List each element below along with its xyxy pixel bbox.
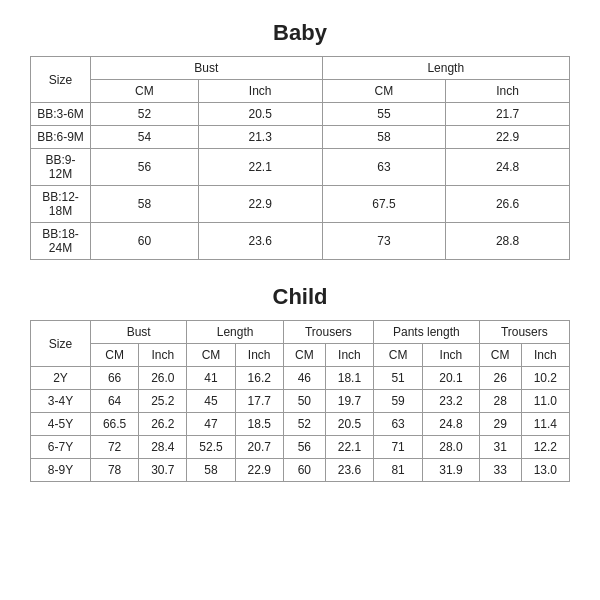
child-size: 2Y — [31, 367, 91, 390]
baby-size: BB:3-6M — [31, 103, 91, 126]
baby-bust-cm: 56 — [91, 149, 199, 186]
child-title: Child — [30, 284, 570, 310]
child-length-inch: 20.7 — [235, 436, 283, 459]
child-length-inch: 16.2 — [235, 367, 283, 390]
child-bust-header: Bust — [91, 321, 187, 344]
child-sub-8: CM — [479, 344, 521, 367]
child-tr2-inch: 11.0 — [521, 390, 569, 413]
child-tr1-inch: 20.5 — [325, 413, 373, 436]
child-tr1-cm: 52 — [283, 413, 325, 436]
baby-bust-cm: 54 — [91, 126, 199, 149]
child-pl-inch: 24.8 — [423, 413, 480, 436]
child-bust-cm: 66.5 — [91, 413, 139, 436]
child-tr1-cm: 50 — [283, 390, 325, 413]
baby-sub-bust-inch: Inch — [198, 80, 322, 103]
child-length-cm: 45 — [187, 390, 235, 413]
child-pl-cm: 59 — [374, 390, 423, 413]
baby-size: BB:6-9M — [31, 126, 91, 149]
child-tr1-inch: 23.6 — [325, 459, 373, 482]
child-bust-cm: 64 — [91, 390, 139, 413]
baby-table: Size Bust Length CM Inch CM Inch BB:3-6M… — [30, 56, 570, 260]
baby-length-cm: 63 — [322, 149, 446, 186]
baby-size: BB:18-24M — [31, 223, 91, 260]
baby-length-inch: 22.9 — [446, 126, 570, 149]
table-row: 4-5Y 66.5 26.2 47 18.5 52 20.5 63 24.8 2… — [31, 413, 570, 436]
table-row: BB:12-18M 58 22.9 67.5 26.6 — [31, 186, 570, 223]
child-sub-1: Inch — [139, 344, 187, 367]
child-pl-cm: 71 — [374, 436, 423, 459]
table-row: BB:9-12M 56 22.1 63 24.8 — [31, 149, 570, 186]
child-size: 3-4Y — [31, 390, 91, 413]
table-row: 6-7Y 72 28.4 52.5 20.7 56 22.1 71 28.0 3… — [31, 436, 570, 459]
baby-length-inch: 26.6 — [446, 186, 570, 223]
baby-bust-cm: 60 — [91, 223, 199, 260]
child-length-header: Length — [187, 321, 283, 344]
baby-sub-bust-cm: CM — [91, 80, 199, 103]
child-sub-9: Inch — [521, 344, 569, 367]
baby-bust-cm: 52 — [91, 103, 199, 126]
child-length-cm: 58 — [187, 459, 235, 482]
child-tr2-cm: 28 — [479, 390, 521, 413]
child-bust-cm: 66 — [91, 367, 139, 390]
child-size: 8-9Y — [31, 459, 91, 482]
child-sub-3: Inch — [235, 344, 283, 367]
baby-size: BB:9-12M — [31, 149, 91, 186]
baby-length-cm: 55 — [322, 103, 446, 126]
baby-bust-inch: 23.6 — [198, 223, 322, 260]
baby-title: Baby — [30, 20, 570, 46]
child-pl-cm: 63 — [374, 413, 423, 436]
child-bust-cm: 72 — [91, 436, 139, 459]
baby-length-cm: 73 — [322, 223, 446, 260]
baby-section: Baby Size Bust Length CM Inch CM Inch BB… — [30, 20, 570, 260]
child-table: Size Bust Length Trousers Pants length T… — [30, 320, 570, 482]
child-tr1-inch: 19.7 — [325, 390, 373, 413]
child-bust-inch: 30.7 — [139, 459, 187, 482]
baby-bust-inch: 22.9 — [198, 186, 322, 223]
baby-bust-inch: 20.5 — [198, 103, 322, 126]
baby-bust-header: Bust — [91, 57, 323, 80]
child-pl-inch: 23.2 — [423, 390, 480, 413]
baby-length-cm: 67.5 — [322, 186, 446, 223]
child-tr2-cm: 26 — [479, 367, 521, 390]
child-length-inch: 18.5 — [235, 413, 283, 436]
child-pl-inch: 20.1 — [423, 367, 480, 390]
child-length-cm: 47 — [187, 413, 235, 436]
baby-size-header: Size — [31, 57, 91, 103]
child-tr1-cm: 60 — [283, 459, 325, 482]
child-tr2-inch: 13.0 — [521, 459, 569, 482]
child-sub-2: CM — [187, 344, 235, 367]
baby-sub-length-cm: CM — [322, 80, 446, 103]
baby-length-inch: 21.7 — [446, 103, 570, 126]
child-size-header: Size — [31, 321, 91, 367]
baby-size: BB:12-18M — [31, 186, 91, 223]
child-trousers1-header: Trousers — [283, 321, 373, 344]
child-size: 4-5Y — [31, 413, 91, 436]
table-row: 2Y 66 26.0 41 16.2 46 18.1 51 20.1 26 10… — [31, 367, 570, 390]
child-sub-0: CM — [91, 344, 139, 367]
child-bust-cm: 78 — [91, 459, 139, 482]
child-tr2-inch: 11.4 — [521, 413, 569, 436]
child-section: Child Size Bust Length Trousers Pants le… — [30, 284, 570, 482]
child-tr2-inch: 12.2 — [521, 436, 569, 459]
child-sub-4: CM — [283, 344, 325, 367]
child-bust-inch: 25.2 — [139, 390, 187, 413]
table-row: 3-4Y 64 25.2 45 17.7 50 19.7 59 23.2 28 … — [31, 390, 570, 413]
child-sub-6: CM — [374, 344, 423, 367]
child-pl-cm: 81 — [374, 459, 423, 482]
child-pants-length-header: Pants length — [374, 321, 480, 344]
child-tr1-inch: 22.1 — [325, 436, 373, 459]
child-length-inch: 22.9 — [235, 459, 283, 482]
child-pl-inch: 31.9 — [423, 459, 480, 482]
table-row: BB:3-6M 52 20.5 55 21.7 — [31, 103, 570, 126]
child-tr2-cm: 29 — [479, 413, 521, 436]
table-row: BB:6-9M 54 21.3 58 22.9 — [31, 126, 570, 149]
child-tr1-cm: 56 — [283, 436, 325, 459]
baby-length-header: Length — [322, 57, 569, 80]
baby-sub-length-inch: Inch — [446, 80, 570, 103]
child-pl-cm: 51 — [374, 367, 423, 390]
child-tr2-cm: 31 — [479, 436, 521, 459]
child-size: 6-7Y — [31, 436, 91, 459]
baby-bust-inch: 21.3 — [198, 126, 322, 149]
table-row: 8-9Y 78 30.7 58 22.9 60 23.6 81 31.9 33 … — [31, 459, 570, 482]
child-bust-inch: 26.0 — [139, 367, 187, 390]
